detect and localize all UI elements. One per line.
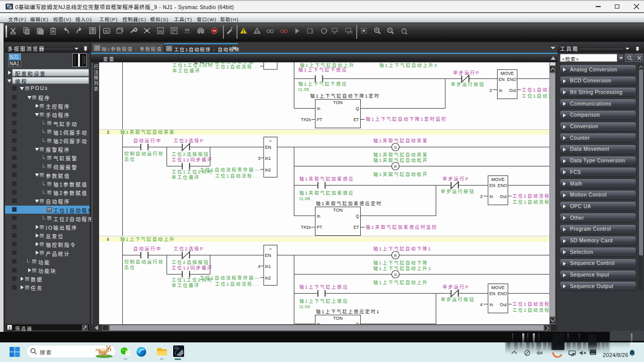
svg-text:自动运行中: 自动运行中 [133,246,162,251]
svg-text:工位2选择P: 工位2选择P [174,246,204,251]
svg-text:In: In [317,214,320,219]
svg-text:R: R [394,164,397,169]
svg-text:工位2选择按钮: 工位2选择按钮 [172,259,209,265]
svg-text:轴1上下气缸自动上升: 轴1上下气缸自动上升 [300,62,355,68]
svg-text:工位1自动流程...: 工位1自动流程... [513,307,550,313]
svg-text:4: 4 [107,237,109,242]
svg-text:EN: EN [265,145,272,150]
svg-text:轴1夹取气缸加紧感应: 轴1夹取气缸加紧感应 [299,190,354,196]
svg-text:轴1夹取气缸加紧感应时监控: 轴1夹取气缸加紧感应时监控 [366,224,438,230]
svg-text:I1.04: I1.04 [299,304,310,309]
svg-text:工位1自动流程...: 工位1自动流程... [215,64,260,69]
svg-text:轴1上下气缸上感应: 轴1上下气缸上感应 [299,284,349,290]
svg-text:轴1上下气缸下感应: 轴1上下气缸下感应 [298,67,348,72]
svg-text:S: S [394,145,396,150]
svg-text:ET: ET [354,225,359,230]
svg-text:工位1工位2同时: 工位1工位2同时 [173,62,214,68]
svg-text:4: 4 [480,302,482,307]
svg-text:EN: EN [490,183,496,188]
svg-text:I1.06: I1.06 [299,196,310,201]
svg-text:EN: EN [499,77,505,82]
svg-text:轴1上下气缸自动上升1: 轴1上下气缸自动上升1 [373,265,432,271]
svg-text:3: 3 [107,130,109,135]
svg-text:工位12同步循环: 工位12同步循环 [172,265,213,270]
svg-text:轴1上下气缸自动下降: 轴1上下气缸自动下降 [373,260,428,265]
svg-text:轴1上下气缸自动上升: 轴1上下气缸自动上升 [373,280,428,285]
svg-text:In1: In1 [265,156,271,161]
svg-text:单工位循环: 单工位循环 [172,283,200,288]
svg-text:4: 4 [258,264,260,269]
svg-text:ET: ET [354,117,359,122]
svg-text:控制自动运行状: 控制自动运行状 [124,151,164,156]
svg-text:3D: 3D [104,29,109,34]
svg-text:轴1夹取气缸自动松开: 轴1夹取气缸自动松开 [373,171,428,177]
svg-text:MOVE: MOVE [491,177,505,182]
svg-text:TON: TON [333,100,343,105]
svg-text:轴1上下气缸下感应: 轴1上下气缸下感应 [298,81,348,86]
svg-text:Q: Q [356,214,359,219]
svg-text:EN: EN [490,291,496,296]
svg-text:T#2s: T#2s [301,225,311,230]
svg-text:10: 10 [402,28,406,31]
svg-text:轴1上下气缸自动下降1定时监控: 轴1上下气缸自动下降1定时监控 [366,116,447,122]
svg-text:EN: EN [265,253,272,258]
svg-text:单工位循环: 单工位循环 [172,174,200,180]
svg-text:MOVE: MOVE [501,71,514,76]
svg-text:自动运行中: 自动运行中 [133,138,162,143]
svg-text:轴1上下气缸上感应定时1: 轴1上下气缸上感应定时1 [316,309,380,314]
svg-text:TON: TON [333,208,343,213]
svg-text:3: 3 [489,88,492,93]
svg-text:轴1夹取气缸加紧感应定时: 轴1夹取气缸加紧感应定时 [316,201,382,206]
svg-text:工位1自动流程寄存器—: 工位1自动流程寄存器— [200,275,260,281]
svg-text:工位12同步循环: 工位12同步循环 [172,157,213,162]
svg-text:In: In [499,88,503,93]
svg-text:工位2选择P: 工位2选择P [174,138,204,143]
svg-text:?: ? [91,28,94,34]
svg-text:轴1夹取气缸加紧感应: 轴1夹取气缸加紧感应 [299,176,354,182]
svg-text:轴1夹取气缸自动夹紧: 轴1夹取气缸自动夹紧 [120,129,175,135]
svg-text:In: In [490,302,493,307]
svg-text:工位1自动流程...: 工位1自动流程... [215,173,260,178]
svg-text:单步运行P: 单步运行P [443,176,470,182]
svg-text:单步运行按钮: 单步运行按钮 [441,297,475,302]
svg-text:轴1夹取气缸自动松开: 轴1夹取气缸自动松开 [373,157,428,163]
svg-text:工位2选择按钮: 工位2选择按钮 [172,151,209,157]
svg-text:In: In [317,322,320,324]
svg-text:轴1夹取气缸自动夹紧: 轴1夹取气缸自动夹紧 [373,138,428,143]
svg-text:工位1自动流程寄存: 工位1自动流程寄存 [513,193,550,199]
svg-text:工位1自动流程...: 工位1自动流程... [522,93,549,99]
svg-text:单步运行按钮: 单步运行按钮 [451,81,485,87]
svg-text:ENO: ENO [498,291,507,296]
svg-text:工位1自动流程...: 工位1自动流程... [215,281,260,287]
svg-text:单步运行按钮: 单步运行按钮 [441,189,475,194]
svg-text:In: In [317,106,320,111]
svg-text:工位1自动流程寄存器—: 工位1自动流程寄存器— [200,167,260,172]
svg-text:I1.05: I1.05 [298,87,309,92]
svg-text:3: 3 [258,156,260,161]
svg-text:In: In [490,194,493,199]
svg-text:66: 66 [185,28,190,32]
svg-text:轴1上下气缸自动上升3: 轴1上下气缸自动上升3 [379,62,438,68]
svg-text:Q: Q [356,106,359,111]
svg-text:单步运行P: 单步运行P [443,284,470,290]
svg-text:In2: In2 [265,276,271,281]
svg-text:=: = [269,138,272,143]
svg-text:轴1上下气缸上感应: 轴1上下气缸上感应 [299,298,349,304]
svg-text:PT: PT [317,225,323,230]
svg-text:工位1自动流程寄存: 工位1自动流程寄存 [513,301,550,307]
svg-text:ENO: ENO [507,77,517,82]
svg-text:轴1上下气缸自动下降1定时: 轴1上下气缸自动下降1定时 [310,93,380,99]
svg-text:S: S [394,273,396,277]
svg-text:轴1上下气缸自动下降1: 轴1上下气缸自动下降1 [373,246,432,251]
svg-text:66: 66 [158,29,163,34]
svg-text:T#2s: T#2s [301,117,311,122]
svg-text:工位1自动流程寄存: 工位1自动流程寄存 [522,87,549,93]
svg-text:ENO: ENO [498,183,507,188]
svg-text:轴1上下气缸自动上升: 轴1上下气缸自动上升 [120,236,175,242]
svg-text:In1: In1 [265,264,271,269]
svg-text:TON: TON [333,316,343,321]
svg-text:Out: Out [500,302,507,307]
svg-text:单步运行P: 单步运行P [453,70,480,75]
svg-text:R: R [394,253,397,258]
svg-text:工位1自动流程...: 工位1自动流程... [513,199,550,205]
